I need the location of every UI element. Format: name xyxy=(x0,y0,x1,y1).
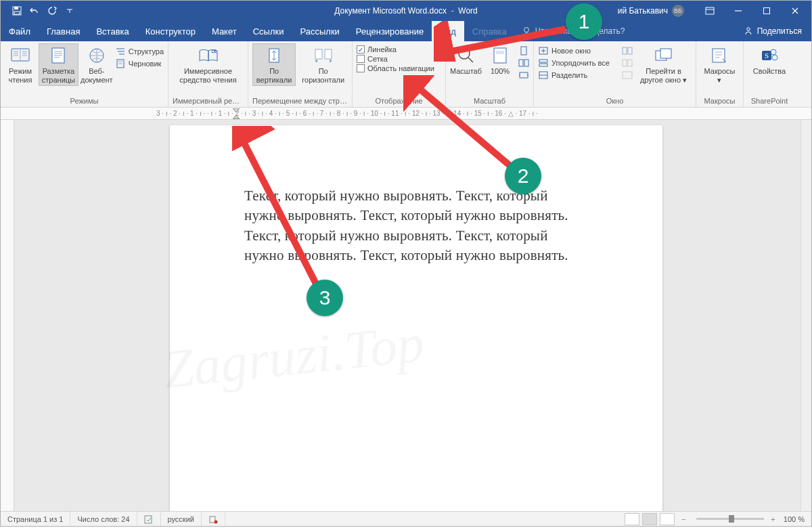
zoom-in-button[interactable]: + xyxy=(771,515,775,523)
ruler-marks: 3 · ı · 2 · ı · 1 · ı · · ı · 1 · ı · 2 … xyxy=(156,108,538,119)
split-button[interactable]: Разделить xyxy=(538,70,619,81)
tab-layout[interactable]: Макет xyxy=(204,21,245,41)
ribbon-tabs: Файл Главная Вставка Конструктор Макет С… xyxy=(1,21,811,41)
svg-rect-27 xyxy=(628,47,632,54)
minimize-button[interactable] xyxy=(725,1,752,20)
outline-button[interactable]: Структура xyxy=(115,46,164,57)
zoom-100-button[interactable]: 100% xyxy=(484,43,516,78)
doc-name: Документ Microsoft Word.docx xyxy=(334,6,447,16)
ribbon-display-options-button[interactable] xyxy=(696,1,723,20)
group-window: Новое окно Упорядочить все Разделить Пер… xyxy=(534,41,696,107)
sync-scroll-icon[interactable] xyxy=(622,58,633,68)
svg-rect-33 xyxy=(713,49,725,62)
page-100-icon xyxy=(490,45,510,66)
web-layout-button[interactable]: Веб-документ xyxy=(81,43,112,86)
group-zoom-label: Масштаб xyxy=(450,95,529,107)
view-read-button[interactable] xyxy=(625,513,639,525)
title-bar: Документ Microsoft Word.docx - Word ий Б… xyxy=(1,1,811,21)
view-print-button[interactable] xyxy=(642,513,657,525)
svg-rect-29 xyxy=(628,60,632,66)
tab-help[interactable]: Справка xyxy=(464,21,515,41)
split-icon xyxy=(538,70,549,81)
switch-windows-button[interactable]: Перейти в другое окно ▾ xyxy=(635,43,692,86)
view-web-button[interactable] xyxy=(660,513,675,525)
gridlines-checkbox[interactable]: Сетка xyxy=(357,55,434,63)
immersive-reader-label: Иммерсивное средство чтения xyxy=(175,67,241,84)
checkbox-checked-icon: ✓ xyxy=(357,45,365,53)
page-canvas[interactable]: Текст, который нужно выровнять. Текст, к… xyxy=(14,120,811,511)
reset-position-icon[interactable] xyxy=(622,70,633,81)
immersive-reader-button[interactable]: Иммерсивное средство чтения xyxy=(173,43,244,86)
svg-rect-28 xyxy=(623,60,627,66)
share-label: Поделиться xyxy=(757,26,802,36)
read-mode-button[interactable]: Режим чтения xyxy=(5,43,36,86)
tab-home[interactable]: Главная xyxy=(39,21,88,41)
tab-mailings[interactable]: Рассылки xyxy=(292,21,347,41)
word-count[interactable]: Число слов: 24 xyxy=(70,512,137,526)
outline-icon xyxy=(115,46,126,57)
macros-button[interactable]: Макросы▾ xyxy=(702,43,738,86)
undo-button[interactable] xyxy=(26,3,43,19)
zoom-out-button[interactable]: − xyxy=(681,515,685,523)
arrange-all-button[interactable]: Упорядочить все xyxy=(538,58,619,68)
lightbulb-icon xyxy=(522,26,531,36)
page-indicator[interactable]: Страница 1 из 1 xyxy=(1,512,70,526)
magnifier-icon xyxy=(456,45,476,66)
document-text[interactable]: Текст, который нужно выровнять. Текст, к… xyxy=(244,186,588,266)
zoom-slider[interactable] xyxy=(696,518,764,520)
tab-references[interactable]: Ссылки xyxy=(245,21,292,41)
first-line-indent-marker[interactable] xyxy=(233,108,240,119)
svg-point-36 xyxy=(771,49,776,55)
tab-review[interactable]: Рецензирование xyxy=(348,21,432,41)
close-button[interactable] xyxy=(782,1,809,20)
new-window-button[interactable]: Новое окно xyxy=(538,45,619,56)
svg-rect-18 xyxy=(521,47,526,55)
page-width-icon[interactable] xyxy=(518,70,529,81)
svg-rect-23 xyxy=(539,60,547,62)
account-area[interactable]: ий Батькавич ВБ xyxy=(618,5,684,17)
vertical-icon xyxy=(264,45,284,66)
quick-access-toolbar xyxy=(1,3,78,19)
save-button[interactable] xyxy=(9,3,25,19)
tab-design[interactable]: Конструктор xyxy=(137,21,204,41)
navigation-pane-checkbox[interactable]: Область навигации xyxy=(357,64,434,72)
language-indicator[interactable]: русский xyxy=(161,512,202,526)
group-show-label: Отображение xyxy=(357,95,441,107)
vertical-scrollbar[interactable] xyxy=(800,120,811,511)
zoom-level[interactable]: 100 % xyxy=(784,515,805,523)
share-button[interactable]: Поделиться xyxy=(734,21,811,41)
svg-rect-3 xyxy=(706,7,714,14)
zoom-button[interactable]: Масштаб xyxy=(450,43,482,78)
group-immersive-label: Иммерсивный реж… xyxy=(173,95,244,107)
print-layout-icon xyxy=(48,45,68,66)
tab-insert[interactable]: Вставка xyxy=(88,21,137,41)
print-layout-button[interactable]: Разметка страницы xyxy=(39,43,78,86)
web-layout-icon xyxy=(87,45,107,66)
redo-button[interactable] xyxy=(44,3,60,19)
draft-icon xyxy=(115,58,126,69)
spellcheck-indicator[interactable] xyxy=(137,512,161,526)
tell-me-box[interactable]: Что вы хотите сделать? xyxy=(515,21,632,41)
status-bar: Страница 1 из 1 Число слов: 24 русский −… xyxy=(1,511,811,526)
horizontal-ruler[interactable]: 3 · ı · 2 · ı · 1 · ı · · ı · 1 · ı · 2 … xyxy=(1,108,811,120)
vertical-ruler[interactable] xyxy=(1,120,14,511)
multi-page-icon[interactable] xyxy=(518,58,529,68)
side-by-side-icon[interactable] xyxy=(622,45,633,56)
svg-rect-24 xyxy=(539,64,547,66)
maximize-button[interactable] xyxy=(753,1,780,20)
one-page-icon[interactable] xyxy=(518,45,529,56)
vertical-button[interactable]: По вертикали xyxy=(252,43,296,86)
macro-record-indicator[interactable] xyxy=(202,512,225,526)
ribbon-view: Режим чтения Разметка страницы Веб-докум… xyxy=(1,41,811,108)
horizontal-button[interactable]: По горизонтали xyxy=(298,43,348,86)
svg-rect-4 xyxy=(764,8,770,14)
svg-rect-17 xyxy=(496,51,504,54)
tab-view[interactable]: Вид xyxy=(432,21,464,41)
ruler-checkbox[interactable]: ✓Линейка xyxy=(357,45,434,53)
group-show: ✓Линейка Сетка Область навигации Отображ… xyxy=(353,41,446,107)
draft-button[interactable]: Черновик xyxy=(115,58,164,69)
qat-customize-button[interactable] xyxy=(62,3,78,19)
properties-button[interactable]: S Свойства xyxy=(750,43,788,78)
tab-file[interactable]: Файл xyxy=(1,21,39,41)
svg-rect-41 xyxy=(145,516,152,523)
